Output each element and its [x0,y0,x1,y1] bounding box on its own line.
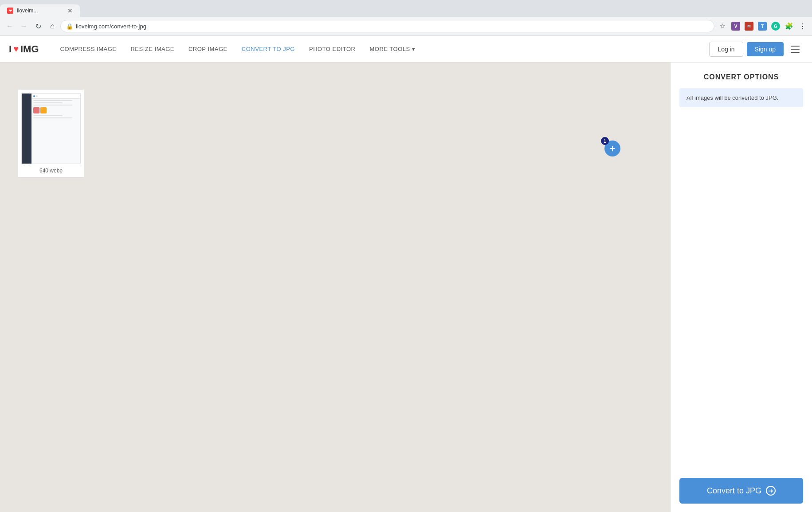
active-tab[interactable]: ❤ iloveim... ✕ [0,4,80,17]
preview-content [31,94,80,164]
panel-footer: Convert to JPG ➜ [671,471,812,512]
ext-puzzle-btn[interactable]: 🧩 [783,20,795,32]
puzzle-icon: 🧩 [785,22,793,30]
panel-body: All images will be converted to JPG. [671,88,812,471]
add-more-button[interactable]: 1 + [604,141,620,156]
grammarly-ext-icon: G [771,22,780,31]
ext-grammarly-btn[interactable]: G [769,20,782,32]
hamburger-line-2 [791,49,800,50]
hamburger-line-3 [791,52,800,53]
preview-avatar-1 [33,107,39,113]
hamburger-line-1 [791,46,800,47]
preview-line-1 [33,100,72,101]
logo-text: IMG [20,43,39,55]
convert-info-box: All images will be converted to JPG. [679,88,803,107]
address-bar[interactable]: 🔒 iloveimg.com/convert-to-jpg [60,20,714,32]
header-actions: Log in Sign up [709,41,803,57]
image-preview [21,93,81,164]
reload-button[interactable]: ↻ [32,20,44,32]
signup-button[interactable]: Sign up [747,42,784,56]
nav-photo-editor[interactable]: PHOTO EDITOR [302,36,362,63]
preview-avatars [33,107,78,113]
main-layout: 1 + [0,63,812,512]
browser-toolbar-icons: ☆ V M T G 🧩 ⋮ [716,20,808,32]
nav-compress[interactable]: COMPRESS IMAGE [53,36,124,63]
preview-nav-dot-2 [36,95,38,97]
browser-tabs: ❤ iloveim... ✕ [0,0,812,17]
preview-header-bar [31,94,80,99]
convert-to-jpg-button[interactable]: Convert to JPG ➜ [679,478,803,504]
app-header: I ♥ IMG COMPRESS IMAGE RESIZE IMAGE CROP… [0,36,812,63]
lock-icon: 🔒 [66,23,73,30]
panel-title: CONVERT OPTIONS [671,63,812,88]
right-panel: CONVERT OPTIONS All images will be conve… [670,63,812,512]
preview-screenshot [22,94,80,164]
tab-title: iloveim... [17,8,38,14]
logo[interactable]: I ♥ IMG [9,43,39,55]
memu-ext-icon: M [745,22,753,31]
convert-btn-arrow-icon: ➜ [766,486,776,496]
preview-line-3 [33,105,72,106]
nav-more-tools[interactable]: MORE TOOLS ▾ [362,36,422,63]
bookmark-btn[interactable]: ☆ [716,20,729,32]
back-button[interactable]: ← [4,20,16,32]
tab-favicon: ❤ [7,8,13,14]
preview-line-2 [33,102,63,103]
browser-chrome: ❤ iloveim... ✕ ← → ↻ ⌂ 🔒 iloveimg.com/co… [0,0,812,36]
image-filename: 640.webp [39,168,63,174]
image-count-badge: 1 [601,137,609,145]
image-card: 640.webp [18,89,84,178]
logo-prefix: I [9,43,12,55]
logo-heart-icon: ♥ [13,44,19,54]
convert-btn-label: Convert to JPG [707,486,761,496]
nav-menu: COMPRESS IMAGE RESIZE IMAGE CROP IMAGE C… [53,36,710,63]
chrome-menu-btn[interactable]: ⋮ [796,20,808,32]
convert-info-text: All images will be converted to JPG. [686,94,778,101]
chevron-down-icon: ▾ [412,46,416,52]
preview-avatar-2 [40,107,47,113]
forward-button[interactable]: → [18,20,30,32]
work-area: 1 + [0,63,670,512]
home-button[interactable]: ⌂ [46,20,59,32]
ext-translate-btn[interactable]: T [756,20,769,32]
url-text: iloveimg.com/convert-to-jpg [76,23,146,30]
login-button[interactable]: Log in [709,42,743,57]
hamburger-menu-button[interactable] [787,41,803,57]
nav-resize[interactable]: RESIZE IMAGE [123,36,181,63]
viber-ext-icon: V [731,22,740,31]
preview-line-5 [33,117,72,118]
add-more-container: 1 + [629,102,645,117]
tab-close-btn[interactable]: ✕ [67,7,73,14]
plus-icon: + [609,142,616,155]
preview-sidebar [22,94,31,164]
nav-convert[interactable]: CONVERT TO JPG [235,36,302,63]
translate-ext-icon: T [758,22,767,31]
ext-memu-btn[interactable]: M [743,20,755,32]
preview-line-4 [33,115,63,116]
browser-toolbar: ← → ↻ ⌂ 🔒 iloveimg.com/convert-to-jpg ☆ … [0,17,812,35]
preview-nav-dot [33,95,35,97]
ext-viber-btn[interactable]: V [730,20,742,32]
nav-crop[interactable]: CROP IMAGE [181,36,235,63]
